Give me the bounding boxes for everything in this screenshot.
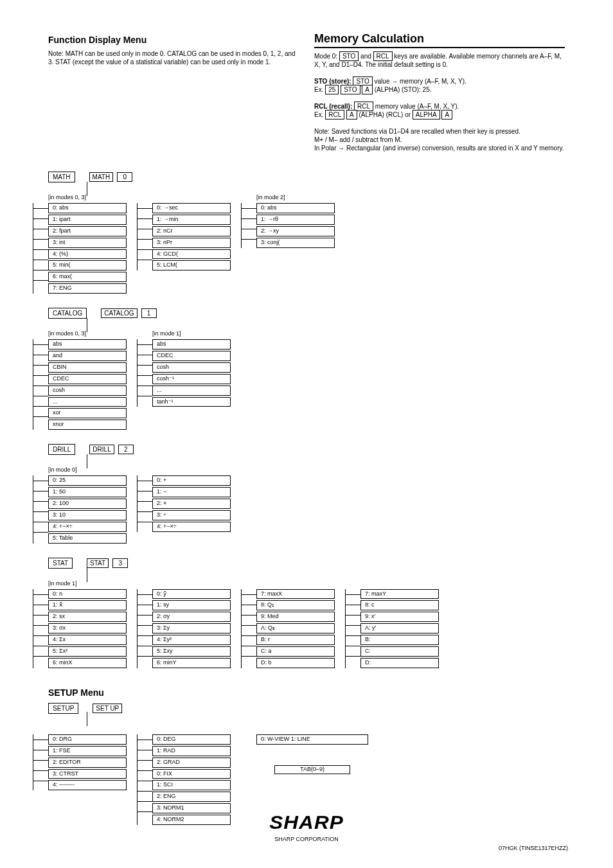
cat-g2-5: tanh⁻¹ [152,397,231,407]
drl-g2-3: 3: ÷ [152,510,231,520]
mem-trig: In Polar → Rectangular (and inverse) con… [314,145,564,152]
st-g1-0: 0: n [48,589,127,599]
st-g2-3: 3: Σy [152,623,231,633]
st-g3-0: 7: maxX [256,589,335,599]
rcl-label: RCL (recall): [314,103,354,110]
cat-g1-4: cosh [48,385,127,396]
stat-head-box: STAT [48,558,73,569]
su-c1-3: 3: CTRST [48,769,127,779]
su-c2-3: 0: FIX [152,769,231,779]
drill-keynum-box: 2 [118,445,134,454]
drl-g1-1: 1: 50 [48,487,127,497]
key-sto-icon: STO [339,51,359,61]
catalog-tree: CATALOG CATALOG 1 [in modes 0, 3] abs an… [48,308,565,430]
catalog-group2-label: [in mode 1] [152,330,231,337]
math-g3-1: 1: →rθ [256,215,335,225]
catalog-col2: abs CDEC cosh cosh⁻¹ ... tanh⁻¹ [152,339,231,407]
su-c1-2: 2: EDITOR [48,757,127,768]
cat-g2-2: cosh [152,362,231,373]
math-g1-2: 2: fpart [48,226,127,236]
cat-g1-2: CBIN [48,362,127,373]
drl-g1-2: 2: 100 [48,499,127,509]
drill-col2: 0: + 1: − 2: × 3: ÷ 4: +−×÷ [152,475,231,531]
sharp-logo-icon: SHARP [269,811,344,833]
st-g4-5: C: [360,646,439,657]
setup-head-box: SETUP [48,703,78,714]
key-sto3-icon: STO [341,85,360,94]
setup-tab-box: TAB(0–9) [274,765,350,774]
math-g2-0: 0: →sec [152,203,231,213]
cat-g1-3: CDEC [48,374,127,384]
math-g1-5: 5: min( [48,260,127,270]
key-a-icon: A [362,85,373,94]
key-25-icon: 25 [325,85,339,94]
drl-g1-3: 3: 10 [48,510,127,520]
setup-trunk-line [87,712,87,726]
st-g1-1: 1: x̄ [48,600,127,610]
st-g1-6: 6: minX [48,658,127,668]
page-footer: SHARP SHARP CORPORATION [0,811,613,842]
st-g3-4: B: r [256,635,335,645]
st-g3-1: 8: Q₁ [256,600,335,610]
st-g1-2: 2: sx [48,612,127,622]
drl-g1-4: 4: +−×÷ [48,522,127,532]
drl-g2-1: 1: − [152,487,231,497]
key-rcl3-icon: RCL [325,110,344,120]
catalog-head-box: CATALOG [48,308,87,319]
setup-tree: SETUP Menu SETUP SET UP 0: DRG 1: FSE 2:… [48,687,565,825]
su-c2-1: 1: RAD [152,746,231,756]
math-key-box: MATH [89,172,114,182]
st-g3-6: D: b [256,658,335,668]
math-keynum-box: 0 [117,172,132,182]
stat-spacer4 [360,580,439,587]
stat-tree: STAT STAT 3 [in mode 1] 0: n 1: x̄ 2: sx… [48,558,565,668]
cat-g1-0: abs [48,339,127,350]
key-rcl-icon: RCL [373,51,393,61]
cat-g1-7: xnor [48,420,127,430]
stat-keynum-box: 3 [112,558,128,568]
setup-title: SETUP Menu [48,687,565,698]
su-c2-2: 2: GRAD [152,757,231,768]
st-g1-3: 3: σx [48,623,127,633]
sto-ex-label: Ex. [314,86,325,93]
rcl-ex-label: Ex. [314,111,325,118]
st-g1-5: 5: Σx² [48,646,127,657]
stat-spacer3 [256,580,335,587]
st-g2-5: 5: Σxy [152,646,231,657]
stat-col4: 7: maxY 8: c 9: x' A: y' B: C: D: [360,589,439,668]
setup-editor-row: 0: W-VIEW 1: LINE [256,734,368,745]
setup-col3: 0: W-VIEW 1: LINE TAB(0–9) [256,734,368,774]
math-g1-4: 4: (%) [48,249,127,260]
math-g1-7: 7: ENG [48,283,127,294]
math-tree: MATH MATH 0 [in modes 0, 3] 0: abs 1: ip… [48,172,565,294]
math-g3-2: 2: →xy [256,226,335,236]
st-g3-5: C: a [256,646,335,657]
math-g1-1: 1: ipart [48,215,127,225]
math-head-box: MATH [48,172,75,182]
setup-tree-head: SETUP SET UP [48,703,565,714]
su-c2-0: 0: DEG [152,734,231,745]
catalog-key-box: CATALOG [101,308,137,318]
cat-g1-1: and [48,351,127,361]
cat-g2-3: cosh⁻¹ [152,374,231,384]
stat-col2: 0: ȳ 1: sy 2: σy 3: Σy 4: Σy² 5: Σxy 6: … [152,589,231,668]
st-g4-0: 7: maxY [360,589,439,599]
stat-key-box: STAT [87,558,109,568]
catalog-group1-label: [in modes 0, 3] [48,330,127,337]
st-g4-2: 9: x' [360,612,439,622]
catalog-col1: abs and CBIN CDEC cosh ... xor xnor [48,339,127,430]
stat-tree-head: STAT STAT 3 [48,558,565,569]
math-g1-3: 3: int [48,238,127,248]
memory-heading: Memory Calculation [314,32,565,48]
drl-g1-5: 5: Table [48,533,127,544]
math-col2: 0: →sec 1: →min 2: nCr 3: nPr 4: GCD( 5:… [152,203,231,270]
setup-spacer3 [256,725,368,732]
math-g2-4: 4: GCD( [152,249,231,260]
key-alpha-icon: ALPHA [413,110,440,120]
cat-g1-5: ... [48,397,127,407]
su-c1-1: 1: FSE [48,746,127,756]
math-col3: 0: abs 1: →rθ 2: →xy 3: conj( [256,203,335,248]
su-c1-0: 0: DRG [48,734,127,745]
math-g2-3: 3: nPr [152,238,231,248]
function-menu-intro: Function Display Menu Note: MATH can be … [48,32,299,66]
